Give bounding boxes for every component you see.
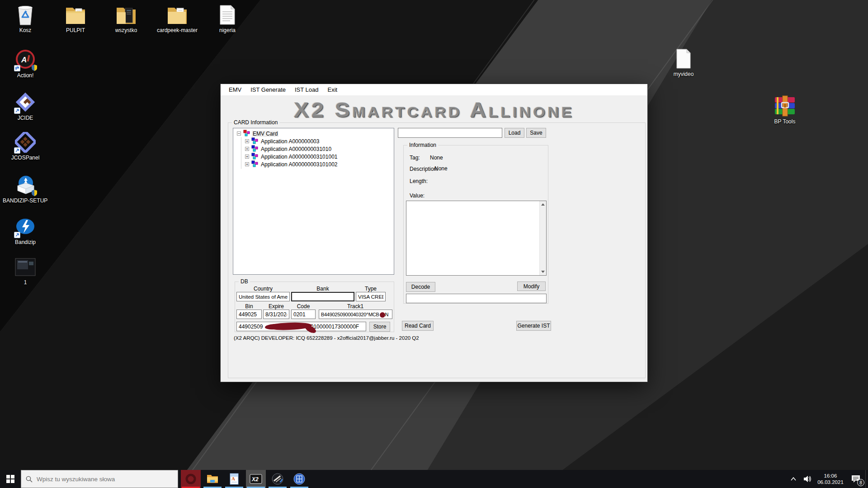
file-path-input[interactable] <box>398 128 502 138</box>
collapse-icon[interactable] <box>237 131 241 136</box>
description-value: None <box>434 165 448 172</box>
show-desktop-strip[interactable] <box>865 470 868 488</box>
pan-field[interactable]: 44902509 42010000017300000F <box>236 322 366 331</box>
desktop-icon-pulpit[interactable]: PULPIT <box>53 4 98 33</box>
desktop-icon-bandizip-setup[interactable]: BANDIZIP-SETUP-... <box>3 174 48 204</box>
taskbar: A X2 <box>0 470 868 488</box>
type-input[interactable] <box>356 292 386 301</box>
pan-text-end: 42010000017300000F <box>304 324 359 330</box>
bandizip-setup-icon <box>14 174 37 197</box>
modify-value-input[interactable] <box>406 294 547 303</box>
taskbar-clock[interactable]: 16:06 06.03.2021 <box>815 470 846 488</box>
decode-button[interactable]: Decode <box>406 282 435 292</box>
tree-node-application-2[interactable]: Application A0000000031010 <box>233 145 394 153</box>
clock-time: 16:06 <box>817 473 844 479</box>
desktop-icon-myvideo[interactable]: myvideo <box>661 47 706 77</box>
expire-input[interactable] <box>263 310 289 319</box>
taskbar-app-opera-gx[interactable] <box>181 470 201 488</box>
desktop-icon-label: BP Tools <box>774 119 796 125</box>
expand-icon[interactable] <box>245 155 249 159</box>
notification-count-badge: 8 <box>857 479 864 486</box>
desktop-icon-label: PULPIT <box>66 28 85 33</box>
tree-node-label[interactable]: Application A0000000031010 <box>260 146 332 152</box>
taskbar-app-blue-globe[interactable] <box>289 470 309 488</box>
menu-exit[interactable]: Exit <box>323 84 342 95</box>
desktop-icon-1[interactable]: 1 <box>3 256 48 286</box>
track1-field[interactable]: B4490250900040320^MCBN <box>319 310 392 319</box>
load-button[interactable]: Load <box>505 128 524 138</box>
desktop-icon-label: wszystko <box>115 28 137 33</box>
bin-input[interactable] <box>236 310 262 319</box>
tree-node-label[interactable]: Application A000000003101001 <box>260 154 339 160</box>
menu-ist-generate[interactable]: IST Generate <box>246 84 290 95</box>
desktop-icon-label: nigeria <box>219 28 236 33</box>
svg-text:X2: X2 <box>251 476 259 483</box>
desktop-icon-wszystko[interactable]: wszystko <box>104 4 149 33</box>
tray-expand-chevron[interactable] <box>787 470 800 488</box>
desktop-icon-kosz[interactable]: Kosz <box>3 4 48 33</box>
code-input[interactable] <box>291 310 316 319</box>
tree-node-label[interactable]: Application A000000003101002 <box>260 161 339 168</box>
country-input[interactable] <box>236 292 290 301</box>
shortcut-arrow-badge <box>14 108 20 114</box>
redaction-dot <box>380 312 385 318</box>
expand-icon[interactable] <box>245 139 249 143</box>
save-button[interactable]: Save <box>526 128 546 138</box>
x2-smartcard-window: EMV IST Generate IST Load Exit X2 Smartc… <box>220 84 648 382</box>
folder-icon <box>64 4 87 26</box>
tree-node-emv-card[interactable]: EMV Card <box>233 130 394 137</box>
application-node-icon <box>251 153 258 161</box>
bank-label: Bank <box>291 286 354 292</box>
tray-volume[interactable] <box>800 470 815 488</box>
application-node-icon <box>251 145 258 153</box>
desktop-icon-label: 1 <box>24 280 27 286</box>
taskbar-app-file-explorer[interactable] <box>203 470 222 488</box>
desktop-icon-cardpeek-master[interactable]: cardpeek-master <box>155 4 200 33</box>
scroll-up-icon[interactable] <box>540 201 546 208</box>
country-label: Country <box>236 286 290 292</box>
value-label: Value: <box>410 192 425 199</box>
length-label: Length: <box>410 178 428 184</box>
emv-card-tree[interactable]: EMV Card Application A000000003 <box>233 128 394 275</box>
tree-node-label[interactable]: Application A000000003 <box>260 138 320 145</box>
desktop-icon-jcospanel[interactable]: JCOSPanel <box>3 131 48 161</box>
desktop-icon-jcide[interactable]: JCIDE <box>3 91 48 121</box>
desktop-icon-action[interactable]: A Action! <box>3 49 48 79</box>
developer-status-text: (X2 ARQC) DEVELOPER: ICQ 652228289 - x2o… <box>234 335 419 341</box>
tree-node-application-4[interactable]: Application A000000003101002 <box>233 160 394 168</box>
tree-node-application-3[interactable]: Application A000000003101001 <box>233 153 394 160</box>
desktop-icon-nigeria[interactable]: nigeria <box>205 4 250 33</box>
desktop-icon-label: myvideo <box>674 71 694 77</box>
app-title: X2 Smartcard Allinone <box>203 98 665 122</box>
uac-shield-badge <box>31 189 38 197</box>
menu-bar: EMV IST Generate IST Load Exit <box>221 84 647 96</box>
windows-logo-icon <box>6 475 14 483</box>
file-explorer-icon <box>207 474 218 484</box>
generate-ist-button[interactable]: Generate IST <box>516 321 551 331</box>
value-scrollbar[interactable] <box>539 201 546 275</box>
menu-ist-load[interactable]: IST Load <box>290 84 323 95</box>
expand-icon[interactable] <box>245 162 249 166</box>
store-button[interactable]: Store <box>369 322 390 332</box>
scroll-down-icon[interactable] <box>540 268 546 275</box>
taskbar-app-document-editor[interactable]: A <box>224 470 244 488</box>
menu-emv[interactable]: EMV <box>224 84 246 95</box>
tree-node-label[interactable]: EMV Card <box>252 131 278 137</box>
taskbar-search[interactable] <box>21 470 178 488</box>
blank-file-icon <box>672 47 695 70</box>
desktop-icon-label: cardpeek-master <box>157 28 198 33</box>
start-button[interactable] <box>0 470 21 488</box>
value-textarea[interactable] <box>406 201 547 276</box>
modify-button[interactable]: Modify <box>517 282 546 291</box>
search-input[interactable] <box>37 476 163 483</box>
bank-input[interactable] <box>291 292 354 301</box>
read-card-button[interactable]: Read Card <box>402 321 434 331</box>
action-center-button[interactable]: 8 <box>846 470 865 488</box>
desktop-icon-bandizip[interactable]: Bandizip <box>3 216 48 245</box>
taskbar-app-dark-sphere[interactable] <box>268 470 288 488</box>
taskbar-app-x2[interactable]: X2 <box>246 470 266 488</box>
jcide-app-icon <box>14 91 37 114</box>
tree-node-application-1[interactable]: Application A000000003 <box>233 137 394 145</box>
desktop-icon-bp-tools[interactable]: BP Tools <box>762 95 807 125</box>
expand-icon[interactable] <box>245 147 249 151</box>
